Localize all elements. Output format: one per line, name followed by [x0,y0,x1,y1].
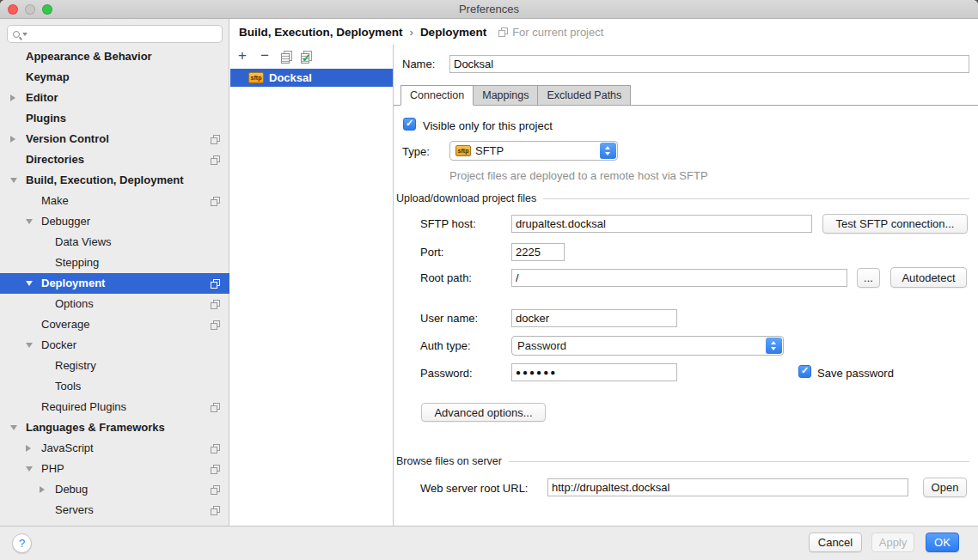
type-select[interactable]: sftp SFTP [449,141,618,161]
help-button[interactable]: ? [12,533,32,553]
search-icon [13,31,20,38]
chevron-down-icon[interactable] [10,178,17,183]
chevron-right-icon[interactable] [10,136,15,143]
tab-excluded-paths[interactable]: Excluded Paths [538,85,631,106]
chevron-right-icon[interactable] [40,486,45,493]
server-list-item-docksal[interactable]: sftp Docksal [230,69,393,87]
sidebar-item-label: Languages & Frameworks [26,417,165,438]
sidebar-item-options[interactable]: Options [0,294,229,314]
root-path-input[interactable] [511,269,847,287]
browse-root-path-button[interactable]: ... [857,268,880,288]
chevron-down-icon[interactable] [26,343,33,348]
port-input[interactable] [511,243,565,261]
web-root-label: Web server root URL: [420,482,528,495]
search-input[interactable] [28,27,222,41]
sidebar-item-stepping[interactable]: Stepping [0,253,229,273]
ok-button[interactable]: OK [926,533,959,552]
dropdown-stepper-icon[interactable] [766,338,782,354]
type-hint-text: Project files are deployed to a remote h… [449,169,708,182]
sidebar-item-label: Servers [55,500,94,520]
sftp-host-input[interactable] [511,215,812,233]
sidebar-item-javascript[interactable]: JavaScript [0,438,229,459]
for-current-project-note: For current project [498,26,603,39]
copy-server-button[interactable] [281,51,290,62]
close-window-button[interactable] [8,4,18,15]
server-item-label: Docksal [269,71,312,84]
tab-mappings[interactable]: Mappings [474,85,538,106]
upload-download-section-label: Upload/download project files [396,192,536,204]
sidebar-item-appearance-behavior[interactable]: Appearance & Behavior [0,46,229,67]
sidebar-item-docker[interactable]: Docker [0,335,229,356]
sidebar-item-label: Tools [55,376,81,397]
sidebar-item-directories[interactable]: Directories [0,149,229,170]
chevron-down-icon[interactable] [26,281,33,286]
chevron-down-icon[interactable] [26,219,33,224]
chevron-down-icon[interactable] [26,466,33,472]
cancel-button[interactable]: Cancel [809,533,862,552]
auth-type-select[interactable]: Password [511,336,784,356]
project-level-icon [211,403,219,411]
name-input[interactable] [449,55,969,73]
for-current-project-label: For current project [512,26,603,39]
sidebar-item-make[interactable]: Make [0,191,229,211]
sidebar-item-debug[interactable]: Debug [0,479,229,500]
sidebar-item-data-views[interactable]: Data Views [0,232,229,253]
chevron-right-icon[interactable] [26,445,31,452]
sidebar-item-label: Version Control [26,129,109,149]
sidebar-item-registry[interactable]: Registry [0,356,229,376]
open-button[interactable]: Open [923,478,967,497]
sidebar-item-languages-frameworks[interactable]: Languages & Frameworks [0,417,229,438]
section-divider [509,461,969,462]
chevron-right-icon[interactable] [10,94,15,101]
test-sftp-connection-button[interactable]: Test SFTP connection... [822,214,968,234]
sidebar-item-label: Coverage [41,314,89,335]
use-as-default-button[interactable]: ✓ [301,51,310,62]
sidebar-item-php[interactable]: PHP [0,459,229,479]
sidebar-item-required-plugins[interactable]: Required Plugins [0,397,229,417]
advanced-options-button[interactable]: Advanced options... [421,403,546,422]
dropdown-stepper-icon[interactable] [600,143,616,159]
sidebar-item-label: JavaScript [41,438,94,459]
type-selected-value: SFTP [475,144,504,157]
sidebar-item-debugger[interactable]: Debugger [0,211,229,232]
autodetect-button[interactable]: Autodetect [890,267,967,288]
visible-only-label: Visible only for this project [423,119,553,132]
remove-server-button[interactable]: − [259,47,271,64]
breadcrumb-deployment[interactable]: Deployment [420,26,486,39]
breadcrumb: Build, Execution, Deployment › Deploymen… [230,19,978,45]
settings-tree: Appearance & BehaviorKeymapEditorPlugins… [0,46,229,520]
window-title: Preferences [459,3,519,15]
save-password-checkbox[interactable] [798,365,811,378]
sidebar-item-plugins[interactable]: Plugins [0,108,229,129]
user-name-input[interactable] [511,309,677,327]
breadcrumb-build-execution-deployment[interactable]: Build, Execution, Deployment [239,26,403,39]
sidebar-item-servers[interactable]: Servers [0,500,229,520]
apply-button[interactable]: Apply [871,533,914,552]
sidebar-item-editor[interactable]: Editor [0,88,229,108]
sidebar-item-build-execution-deployment[interactable]: Build, Execution, Deployment [0,170,229,191]
settings-search-box[interactable] [7,25,223,43]
sidebar-item-tools[interactable]: Tools [0,376,229,397]
server-list-toolbar: + − ✓ [230,45,393,67]
green-check-icon: ✓ [302,52,311,64]
save-password-label: Save password [817,367,894,380]
sidebar-item-label: Data Views [55,232,112,253]
sidebar-item-keymap[interactable]: Keymap [0,67,229,88]
project-level-icon [498,27,507,36]
deployment-form-panel: Name: Connection Mappings Excluded Paths… [394,45,978,526]
port-label: Port: [420,246,443,259]
add-server-button[interactable]: + [236,47,248,64]
password-input[interactable] [511,363,677,381]
sidebar-item-label: Editor [26,88,58,108]
tab-connection[interactable]: Connection [400,85,474,106]
visible-only-checkbox[interactable] [403,118,416,131]
chevron-down-icon[interactable] [10,425,17,430]
minimize-window-button[interactable] [25,4,35,15]
sidebar-item-label: Options [55,294,94,314]
sidebar-item-coverage[interactable]: Coverage [0,314,229,335]
sidebar-item-version-control[interactable]: Version Control [0,129,229,149]
web-root-input[interactable] [547,478,908,496]
sidebar-item-label: Make [41,191,69,211]
zoom-window-button[interactable] [42,4,52,15]
sidebar-item-deployment[interactable]: Deployment [0,273,229,294]
